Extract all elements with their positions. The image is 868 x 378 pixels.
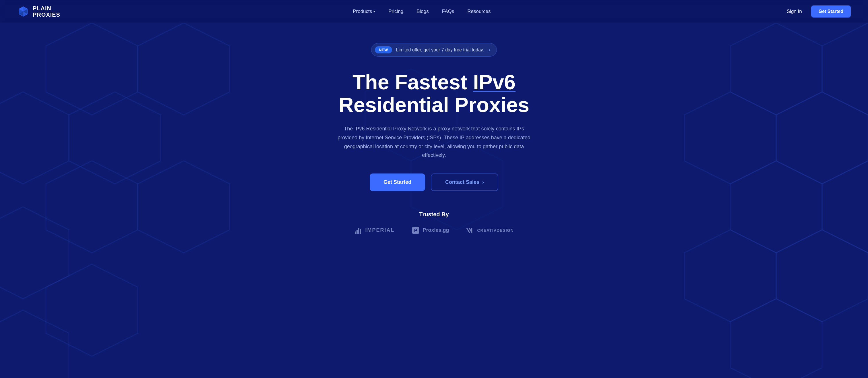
trusted-logo-proxiesgg: P Proxies.gg xyxy=(412,226,449,234)
contact-sales-arrow-icon: › xyxy=(482,179,484,185)
svg-line-33 xyxy=(467,228,469,232)
nav-resources[interactable]: Resources xyxy=(462,6,496,17)
svg-marker-17 xyxy=(730,299,822,378)
nav-links: Products ▾ Pricing Blogs FAQs Resources xyxy=(348,6,496,17)
nav-actions: Sign In Get Started xyxy=(783,5,851,18)
proxiesgg-logo-text: Proxies.gg xyxy=(423,227,449,233)
trusted-logos: IMPERIAL P Proxies.gg xyxy=(354,226,514,234)
nav-pricing[interactable]: Pricing xyxy=(383,6,408,17)
announcement-text: Limited offer, get your 7 day free trial… xyxy=(396,48,484,53)
logo-area[interactable]: PLAIN PROXIES xyxy=(17,5,60,18)
svg-rect-29 xyxy=(358,228,360,234)
svg-text:P: P xyxy=(414,228,417,233)
hero-title-line2: Residential Proxies xyxy=(339,93,529,116)
nav-products[interactable]: Products ▾ xyxy=(348,6,380,17)
announcement-arrow-icon: › xyxy=(489,47,490,53)
nav-blogs[interactable]: Blogs xyxy=(411,6,434,17)
svg-marker-7 xyxy=(46,264,138,356)
trusted-logo-creativedesign: CREATIVDESIGN xyxy=(466,226,514,234)
navbar: PLAIN PROXIES Products ▾ Pricing Blogs F… xyxy=(0,0,868,23)
cta-buttons: Get Started Contact Sales › xyxy=(370,174,498,191)
creativedesign-icon xyxy=(466,226,474,234)
announcement-banner[interactable]: NEW Limited offer, get your 7 day free t… xyxy=(371,43,497,57)
nav-get-started-button[interactable]: Get Started xyxy=(811,5,851,18)
imperial-logo-text: IMPERIAL xyxy=(365,227,394,233)
proxiesgg-icon: P xyxy=(412,226,420,234)
svg-rect-30 xyxy=(360,229,361,234)
svg-marker-8 xyxy=(0,310,69,378)
hero-title: The Fastest IPv6 Residential Proxies xyxy=(339,71,529,116)
hero-get-started-button[interactable]: Get Started xyxy=(370,174,425,191)
brand-name-line2: PROXIES xyxy=(33,11,60,18)
brand-logo-icon xyxy=(17,5,29,18)
svg-rect-27 xyxy=(355,232,356,234)
svg-rect-28 xyxy=(356,230,358,234)
imperial-icon xyxy=(354,226,362,234)
hero-section: NEW Limited offer, get your 7 day free t… xyxy=(0,23,868,263)
sign-in-button[interactable]: Sign In xyxy=(783,6,805,17)
nav-faqs[interactable]: FAQs xyxy=(437,6,460,17)
hero-title-ipv6: IPv6 xyxy=(473,71,516,94)
creativedesign-logo-text: CREATIVDESIGN xyxy=(477,228,514,233)
brand-name-line1: PLAIN xyxy=(33,5,60,11)
trusted-label: Trusted By xyxy=(419,211,448,218)
hero-contact-sales-button[interactable]: Contact Sales › xyxy=(431,174,498,191)
new-badge: NEW xyxy=(375,46,392,53)
trusted-logo-imperial: IMPERIAL xyxy=(354,226,394,234)
trusted-section: Trusted By IMPERIAL P xyxy=(354,211,514,246)
products-chevron-icon: ▾ xyxy=(373,10,375,13)
hero-subtitle: The IPv6 Residential Proxy Network is a … xyxy=(336,124,532,159)
